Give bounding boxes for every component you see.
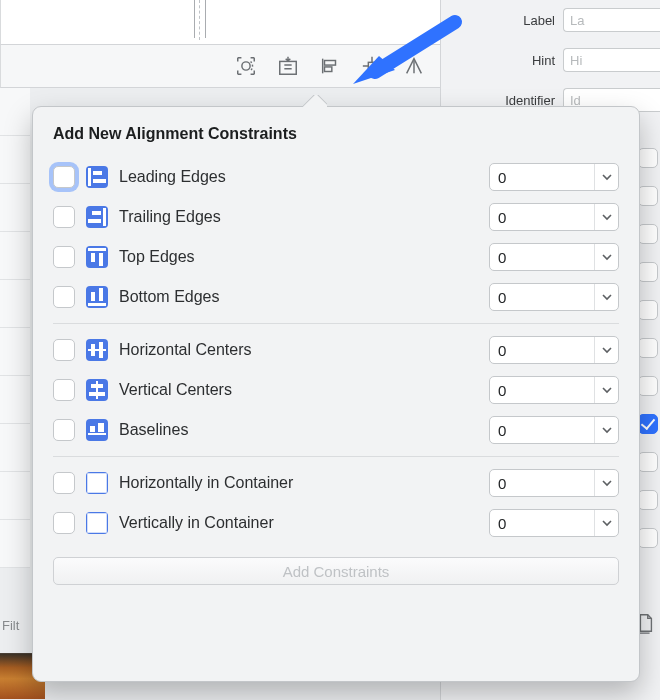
inspector-label-field[interactable]: La [563, 8, 660, 32]
chevron-down-icon [594, 470, 618, 496]
constraint-value-text: 0 [490, 209, 594, 226]
add-constraints-label: Add Constraints [283, 563, 390, 580]
chevron-down-icon [594, 510, 618, 536]
constraint-checkbox-baselines[interactable] [53, 419, 75, 441]
align-bottom-icon [85, 285, 109, 309]
svg-rect-31 [90, 426, 95, 432]
constraint-row-baselines: Baselines0 [53, 410, 619, 450]
svg-rect-16 [99, 253, 103, 266]
constraint-value-text: 0 [490, 169, 594, 186]
svg-rect-2 [325, 61, 336, 66]
constraint-row-vcenters: Vertical Centers0 [53, 370, 619, 410]
svg-rect-36 [92, 480, 102, 486]
constraint-label-hcenters: Horizontal Centers [119, 341, 479, 359]
svg-rect-32 [98, 423, 104, 432]
inspector-hint-label: Hint [449, 53, 555, 68]
popover-caret [303, 95, 327, 107]
svg-rect-10 [103, 208, 106, 226]
constraint-checkbox-vcenters[interactable] [53, 379, 75, 401]
chevron-down-icon [594, 337, 618, 363]
align-vcenters-icon [85, 378, 109, 402]
constraint-value-vcontainer[interactable]: 0 [489, 509, 619, 537]
autolayout-toolbar [0, 44, 440, 88]
constraint-value-hcontainer[interactable]: 0 [489, 469, 619, 497]
chevron-down-icon [594, 284, 618, 310]
inspector-checkbox-checked[interactable] [638, 414, 658, 434]
constraint-value-text: 0 [490, 422, 594, 439]
svg-rect-4 [368, 62, 375, 69]
svg-rect-3 [325, 67, 332, 72]
constraint-value-hcenters[interactable]: 0 [489, 336, 619, 364]
inspector-checkbox-stack [638, 140, 658, 556]
constraint-row-leading: Leading Edges0 [53, 157, 619, 197]
chevron-down-icon [594, 244, 618, 270]
svg-rect-26 [96, 381, 98, 399]
resolve-issues-button[interactable] [400, 52, 428, 80]
constraint-value-leading[interactable]: 0 [489, 163, 619, 191]
constraint-value-text: 0 [490, 342, 594, 359]
inspector-checkbox[interactable] [638, 452, 658, 472]
constraint-value-vcenters[interactable]: 0 [489, 376, 619, 404]
svg-rect-15 [91, 253, 95, 262]
add-constraints-button[interactable]: Add Constraints [53, 557, 619, 585]
svg-rect-30 [88, 433, 106, 435]
update-frames-button[interactable] [232, 52, 260, 80]
inspector-checkbox[interactable] [638, 490, 658, 510]
inspector-checkbox[interactable] [638, 262, 658, 282]
constraint-checkbox-hcenters[interactable] [53, 339, 75, 361]
constraint-checkbox-vcontainer[interactable] [53, 512, 75, 534]
constraint-label-top: Top Edges [119, 248, 479, 266]
svg-rect-19 [91, 292, 95, 301]
svg-rect-22 [88, 349, 106, 351]
constraint-value-bottom[interactable]: 0 [489, 283, 619, 311]
chevron-down-icon [594, 204, 618, 230]
inspector-checkbox[interactable] [638, 528, 658, 548]
svg-rect-8 [93, 179, 106, 183]
svg-rect-20 [99, 288, 103, 301]
constraint-value-text: 0 [490, 382, 594, 399]
constraint-value-top[interactable]: 0 [489, 243, 619, 271]
alignment-popover: Add New Alignment Constraints Leading Ed… [32, 106, 640, 682]
inspector-hint-field[interactable]: Hi [563, 48, 660, 72]
align-hcontainer-icon [85, 471, 109, 495]
constraint-checkbox-hcontainer[interactable] [53, 472, 75, 494]
constraint-row-hcontainer: Horizontally in Container0 [53, 463, 619, 503]
svg-rect-40 [94, 518, 100, 528]
canvas-area [0, 0, 440, 44]
pin-constraints-button[interactable] [358, 52, 386, 80]
inspector-checkbox[interactable] [638, 376, 658, 396]
inspector-checkbox[interactable] [638, 186, 658, 206]
inspector-checkbox[interactable] [638, 300, 658, 320]
svg-rect-18 [88, 303, 106, 306]
constraint-checkbox-top[interactable] [53, 246, 75, 268]
inspector-checkbox[interactable] [638, 224, 658, 244]
constraint-value-text: 0 [490, 249, 594, 266]
svg-rect-24 [99, 342, 103, 358]
svg-rect-1 [280, 61, 297, 74]
constraint-value-text: 0 [490, 289, 594, 306]
constraint-label-trailing: Trailing Edges [119, 208, 479, 226]
constraint-label-hcontainer: Horizontally in Container [119, 474, 479, 492]
filter-label: Filt [2, 618, 19, 633]
embed-in-button[interactable] [274, 52, 302, 80]
constraint-value-baselines[interactable]: 0 [489, 416, 619, 444]
svg-rect-29 [86, 419, 108, 441]
constraint-label-vcenters: Vertical Centers [119, 381, 479, 399]
constraint-checkbox-trailing[interactable] [53, 206, 75, 228]
constraint-row-trailing: Trailing Edges0 [53, 197, 619, 237]
constraint-value-trailing[interactable]: 0 [489, 203, 619, 231]
popover-title: Add New Alignment Constraints [53, 125, 619, 143]
constraint-label-bottom: Bottom Edges [119, 288, 479, 306]
constraint-row-vcontainer: Vertically in Container0 [53, 503, 619, 543]
svg-rect-23 [91, 344, 95, 356]
chevron-down-icon [594, 417, 618, 443]
align-vcontainer-icon [85, 511, 109, 535]
align-hcenters-icon [85, 338, 109, 362]
inspector-checkbox[interactable] [638, 148, 658, 168]
constraint-checkbox-leading[interactable] [53, 166, 75, 188]
background-rows: Filt [0, 88, 30, 700]
align-constraints-button[interactable] [316, 52, 344, 80]
inspector-checkbox[interactable] [638, 338, 658, 358]
constraint-checkbox-bottom[interactable] [53, 286, 75, 308]
divider [53, 323, 619, 324]
